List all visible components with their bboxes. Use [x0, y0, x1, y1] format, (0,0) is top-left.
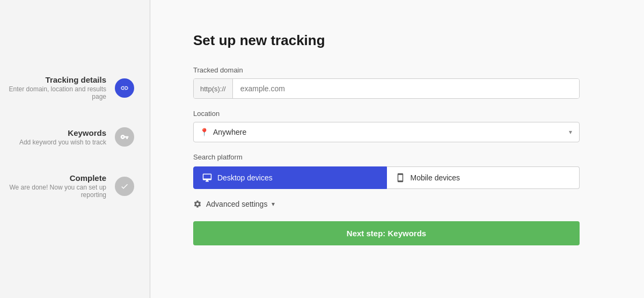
step-keywords-subtitle: Add keyword you wish to track: [19, 139, 106, 146]
step-keywords: Keywords Add keyword you wish to track: [19, 127, 134, 147]
step-complete-content: Complete We are done! Now you can set up…: [0, 173, 106, 199]
next-step-button[interactable]: Next step: Keywords: [193, 221, 580, 245]
advanced-settings-toggle[interactable]: Advanced settings ▾: [193, 200, 580, 208]
location-select[interactable]: Anywhere United States United Kingdom Ca…: [193, 122, 580, 142]
desktop-icon: [202, 173, 212, 183]
mobile-icon: [396, 173, 405, 183]
sidebar-steps: Tracking details Enter domain, location …: [0, 75, 150, 199]
step-tracking-details-icon: [115, 78, 134, 98]
desktop-platform-label: Desktop devices: [217, 173, 273, 182]
step-keywords-icon: [115, 127, 134, 147]
step-tracking-details-title: Tracking details: [0, 75, 106, 84]
domain-input[interactable]: [233, 79, 579, 98]
location-wrapper: 📍 Anywhere United States United Kingdom …: [193, 122, 580, 142]
form-section: Set up new tracking Tracked domain http(…: [193, 32, 580, 245]
step-complete-subtitle: We are done! Now you can set up reportin…: [0, 184, 106, 199]
page-title: Set up new tracking: [193, 32, 580, 49]
sidebar: Tracking details Enter domain, location …: [0, 0, 150, 298]
advanced-settings-label: Advanced settings: [206, 200, 267, 208]
step-tracking-details: Tracking details Enter domain, location …: [0, 75, 134, 100]
mobile-platform-button[interactable]: Mobile devices: [387, 166, 580, 189]
step-complete-icon: [115, 177, 134, 196]
tracked-domain-label: Tracked domain: [193, 66, 580, 74]
mobile-platform-label: Mobile devices: [411, 173, 460, 182]
domain-input-group: http(s)://: [193, 78, 580, 99]
step-complete: Complete We are done! Now you can set up…: [0, 173, 134, 199]
step-keywords-title: Keywords: [19, 128, 106, 137]
step-complete-title: Complete: [0, 173, 106, 183]
search-platform-label: Search platform: [193, 153, 580, 161]
gear-icon: [193, 200, 202, 208]
step-tracking-details-content: Tracking details Enter domain, location …: [0, 75, 106, 100]
step-keywords-content: Keywords Add keyword you wish to track: [19, 128, 106, 146]
desktop-platform-button[interactable]: Desktop devices: [193, 166, 387, 189]
domain-prefix: http(s)://: [194, 79, 233, 98]
location-label: Location: [193, 110, 580, 118]
step-tracking-details-subtitle: Enter domain, location and results page: [0, 85, 106, 100]
main-content: Set up new tracking Tracked domain http(…: [150, 0, 644, 298]
platform-buttons: Desktop devices Mobile devices: [193, 166, 580, 189]
chevron-down-icon: ▾: [272, 200, 275, 208]
